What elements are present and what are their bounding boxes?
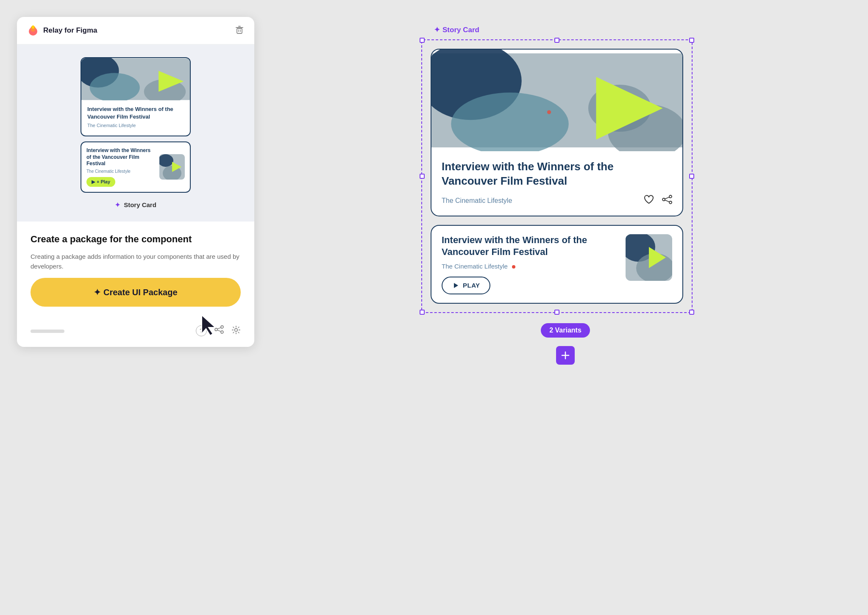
share-svg	[214, 325, 224, 334]
add-variant-button[interactable]	[556, 346, 575, 365]
play-icon-small: ▶	[92, 179, 95, 185]
handle-mr	[689, 174, 694, 179]
preview-area: Interview with the Winners of the Vancou…	[17, 44, 254, 222]
settings-svg	[231, 325, 241, 335]
small-card-h-content: Interview with the Winners of the Vancou…	[86, 147, 155, 187]
handle-bl	[420, 310, 425, 315]
sparkle-icon: ✦	[115, 201, 120, 209]
large-card-footer: The Cinematic Lifestyle	[442, 194, 672, 207]
small-card-subtitle: The Cinematic Lifestyle	[87, 123, 184, 128]
create-package-desc: Creating a package adds information to y…	[31, 252, 241, 271]
svg-point-2	[32, 25, 34, 29]
card-image-svg	[81, 58, 190, 100]
small-card-h-thumb	[159, 154, 185, 180]
panel-header: Relay for Figma	[17, 17, 254, 44]
settings-icon[interactable]	[231, 325, 241, 337]
small-card-h-title: Interview with the Winners of the Vancou…	[86, 147, 155, 167]
small-card-h-subtitle: The Cinematic Lifestyle	[86, 169, 155, 174]
component-label: ✦ Story Card	[115, 201, 156, 209]
selection-box: Interview with the Winners of the Vancou…	[421, 39, 693, 313]
trash-svg	[235, 25, 244, 34]
variants-badge: 2 Variants	[541, 323, 590, 338]
diamond-icon: ✦	[434, 25, 440, 34]
card-actions	[643, 194, 672, 207]
svg-point-31	[669, 195, 672, 198]
svg-point-19	[215, 328, 217, 331]
play-button-large[interactable]: PLAY	[442, 277, 490, 294]
play-button-small[interactable]: ▶ + Play	[86, 177, 115, 187]
play-icon-svg	[452, 282, 459, 289]
handle-tm	[554, 38, 559, 43]
create-ui-package-button[interactable]: ✦ Create UI Package	[31, 278, 241, 307]
svg-marker-36	[454, 283, 458, 288]
large-card-image-svg	[431, 50, 682, 151]
footer-icons: ?	[196, 325, 241, 337]
create-package-title: Create a package for the component	[31, 233, 241, 246]
large-card-h-title: Interview with the Winners of the Vancou…	[442, 234, 619, 258]
svg-point-18	[221, 326, 223, 328]
small-card-horizontal: Interview with the Winners of the Vancou…	[81, 141, 191, 193]
svg-point-33	[669, 201, 672, 204]
svg-line-21	[217, 328, 221, 329]
plus-icon	[561, 351, 570, 360]
large-card-title: Interview with the Winners of the Vancou…	[442, 160, 672, 188]
red-dot	[512, 265, 515, 269]
svg-point-30	[547, 110, 551, 114]
svg-line-35	[665, 200, 669, 202]
left-panel: Relay for Figma	[17, 17, 254, 347]
svg-rect-3	[237, 28, 242, 33]
scroll-indicator	[31, 330, 64, 333]
header-left: Relay for Figma	[27, 25, 97, 36]
panel-bottom: Create a package for the component Creat…	[17, 222, 254, 319]
panel-footer: ?	[17, 319, 254, 347]
large-card-h-subtitle: The Cinematic Lifestyle	[442, 263, 619, 270]
share-card-svg	[662, 194, 672, 205]
trash-icon[interactable]	[235, 25, 244, 36]
svg-point-32	[662, 198, 665, 201]
svg-point-23	[235, 329, 238, 332]
handle-br	[689, 310, 694, 315]
help-icon[interactable]: ?	[196, 325, 207, 336]
handle-tl	[420, 38, 425, 43]
large-card-h-content: Interview with the Winners of the Vancou…	[442, 234, 619, 294]
handle-tr	[689, 38, 694, 43]
small-card-vertical: Interview with the Winners of the Vancou…	[81, 57, 191, 136]
heart-svg	[643, 194, 654, 205]
large-card-body: Interview with the Winners of the Vancou…	[431, 151, 682, 216]
large-card-image	[431, 50, 682, 151]
svg-line-34	[665, 197, 669, 199]
handle-ml	[420, 174, 425, 179]
large-card-h-thumb	[626, 234, 672, 281]
story-card-label: ✦ Story Card	[434, 25, 479, 34]
panel-title: Relay for Figma	[43, 26, 97, 35]
right-panel: ✦ Story Card	[280, 17, 851, 365]
small-card-image	[81, 58, 190, 100]
thumb-large-svg	[626, 234, 672, 281]
svg-point-20	[221, 331, 223, 333]
share-icon[interactable]	[214, 325, 224, 337]
thumb-svg	[159, 154, 185, 180]
bottom-area: 2 Variants	[541, 316, 590, 365]
svg-line-22	[217, 330, 221, 332]
large-card-horizontal: Interview with the Winners of the Vancou…	[431, 225, 683, 304]
small-card-title: Interview with the Winners of the Vancou…	[87, 105, 184, 120]
large-card-subtitle: The Cinematic Lifestyle	[442, 197, 512, 205]
large-card-vertical: Interview with the Winners of the Vancou…	[431, 49, 683, 216]
small-card-body: Interview with the Winners of the Vancou…	[81, 100, 190, 130]
relay-logo	[27, 25, 39, 36]
heart-icon[interactable]	[643, 194, 654, 207]
handle-bm	[554, 310, 559, 315]
share-icon-card[interactable]	[662, 194, 672, 207]
